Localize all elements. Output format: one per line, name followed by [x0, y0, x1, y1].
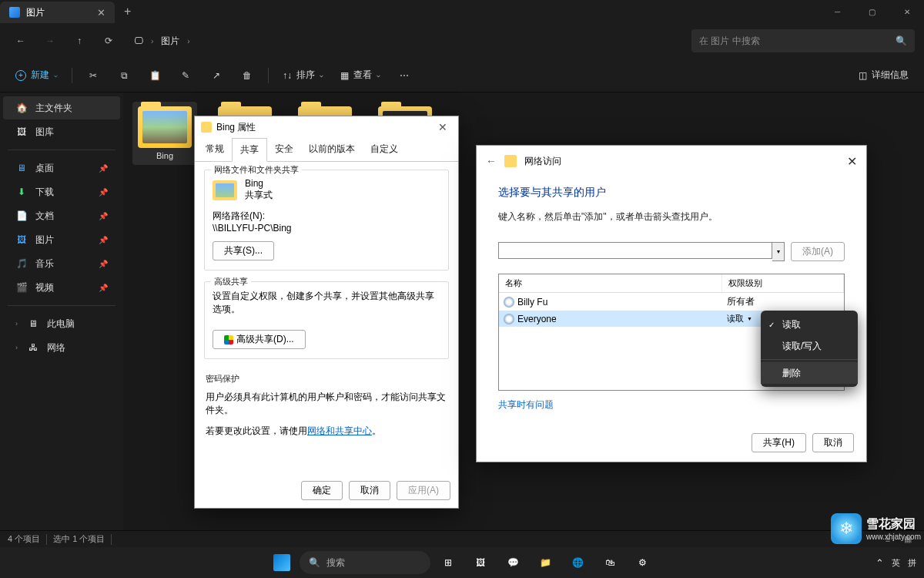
back-button[interactable]: ←: [9, 29, 32, 52]
status-bar: 4 个项目 选中 1 个项目 ≡ ▦: [0, 530, 924, 547]
cut-button[interactable]: ✂: [80, 64, 106, 87]
add-button[interactable]: 添加(A): [791, 242, 845, 261]
permission-menu: 读取 读取/写入 删除: [761, 311, 858, 387]
taskbar-app[interactable]: 🖼: [466, 549, 495, 576]
sidebar-pictures[interactable]: 🖼图片📌: [3, 228, 120, 251]
cancel-button[interactable]: 取消: [812, 433, 854, 452]
pin-icon: 📌: [99, 260, 108, 268]
group-title: 网络文件和文件夹共享: [211, 164, 302, 176]
menu-read[interactable]: 读取: [761, 314, 858, 335]
apply-button[interactable]: 应用(A): [397, 481, 450, 500]
close-button[interactable]: ✕: [889, 0, 924, 23]
advanced-share-button[interactable]: 高级共享(D)...: [213, 330, 306, 349]
taskbar-store[interactable]: 🛍: [595, 549, 624, 576]
dialog-hint: 键入名称，然后单击"添加"，或者单击箭头查找用户。: [498, 210, 845, 223]
dialog-titlebar[interactable]: Bing 属性 ✕: [195, 116, 458, 138]
navigation-bar: ← → ↑ ⟳ 🖵 › 图片 › 在 图片 中搜索 🔍: [0, 23, 924, 59]
taskbar-search[interactable]: 🔍搜索: [300, 551, 430, 574]
up-button[interactable]: ↑: [68, 29, 91, 52]
share-name: Bing: [245, 178, 273, 189]
taskbar-edge[interactable]: 🌐: [563, 549, 592, 576]
sidebar-desktop[interactable]: 🖥桌面📌: [3, 156, 120, 180]
properties-dialog: Bing 属性 ✕ 常规 共享 安全 以前的版本 自定义 网络文件和文件夹共享 …: [194, 116, 459, 509]
list-header: 名称 权限级别: [499, 274, 844, 293]
sidebar-home[interactable]: 🏠主文件夹: [3, 96, 120, 119]
divider: [72, 68, 72, 83]
dialog-footer: 共享(H) 取消: [752, 433, 854, 452]
start-button[interactable]: [267, 549, 296, 576]
sort-button[interactable]: ↑↓ 排序 ⌵: [276, 64, 330, 87]
cancel-button[interactable]: 取消: [349, 481, 390, 500]
minimize-button[interactable]: ─: [820, 0, 855, 23]
details-icon: ◫: [859, 70, 867, 81]
divider: [268, 68, 269, 83]
tab-sharing[interactable]: 共享: [232, 138, 267, 162]
view-button[interactable]: ▦ 查看 ⌵: [334, 64, 387, 87]
forward-button[interactable]: →: [38, 29, 62, 52]
refresh-button[interactable]: ⟳: [97, 29, 120, 52]
back-icon[interactable]: ←: [486, 155, 497, 167]
ime-mode[interactable]: 拼: [908, 557, 916, 569]
address-bar[interactable]: 🖵 › 图片 ›: [126, 35, 198, 48]
permission-dropdown[interactable]: 读取: [727, 313, 752, 324]
taskbar: 🔍搜索 ⊞ 🖼 💬 📁 🌐 🛍 ⚙ ⌃ 英 拼: [0, 547, 924, 578]
delete-button[interactable]: 🗑: [234, 64, 260, 87]
new-button[interactable]: + 新建 ⌵: [9, 64, 64, 87]
task-view-button[interactable]: ⊞: [434, 549, 463, 576]
dropdown-button[interactable]: ▾: [772, 242, 785, 261]
sidebar-videos[interactable]: 🎬视频📌: [3, 276, 120, 299]
more-button[interactable]: ⋯: [391, 64, 417, 87]
trouble-link[interactable]: 共享时有问题: [498, 398, 554, 412]
sidebar-gallery[interactable]: 🖼图库: [3, 120, 120, 143]
ok-button[interactable]: 确定: [301, 481, 343, 500]
sidebar-thispc[interactable]: ›🖥此电脑: [3, 312, 120, 335]
maximize-button[interactable]: ▢: [855, 0, 889, 23]
user-input[interactable]: [498, 242, 772, 259]
group-title: 密码保护: [206, 373, 447, 385]
tab-general[interactable]: 常规: [198, 138, 232, 161]
ime-indicator[interactable]: 英: [892, 557, 900, 569]
menu-remove[interactable]: 删除: [761, 362, 858, 384]
tab-customize[interactable]: 自定义: [363, 138, 406, 161]
details-pane-button[interactable]: ◫ 详细信息: [852, 64, 915, 87]
watermark: 雪花家园 www.xhjaty.com: [831, 513, 921, 544]
close-icon[interactable]: ✕: [434, 121, 452, 133]
pin-icon: 📌: [99, 236, 108, 244]
dialog-body: 网络文件和文件夹共享 Bing 共享式 网络路径(N): \\BILLYFU-P…: [195, 162, 458, 459]
network-center-link[interactable]: 网络和共享中心: [307, 425, 372, 436]
title-bar: 图片 ✕ + ─ ▢ ✕: [0, 0, 924, 23]
sidebar-documents[interactable]: 📄文档📌: [3, 204, 120, 227]
taskbar-settings[interactable]: ⚙: [628, 549, 657, 576]
share-confirm-button[interactable]: 共享(H): [752, 433, 806, 452]
folder-item[interactable]: Bing: [132, 102, 197, 165]
share-button[interactable]: 共享(S)...: [213, 241, 274, 260]
sidebar-network[interactable]: ›🖧网络: [3, 336, 120, 359]
pwd-line2: 若要更改此设置，请使用网络和共享中心。: [206, 425, 447, 438]
paste-button[interactable]: 📋: [142, 64, 168, 87]
col-permission[interactable]: 权限级别: [722, 274, 844, 292]
search-box[interactable]: 在 图片 中搜索 🔍: [691, 29, 915, 52]
share-button[interactable]: ↗: [203, 64, 229, 87]
tab-close-icon[interactable]: ✕: [97, 7, 105, 18]
pictures-app-icon: [9, 7, 20, 18]
tab-previous[interactable]: 以前的版本: [301, 138, 363, 161]
list-row[interactable]: Billy Fu 所有者: [499, 293, 844, 311]
tab-security[interactable]: 安全: [267, 138, 301, 161]
taskbar-app[interactable]: 💬: [498, 549, 527, 576]
breadcrumb-segment[interactable]: 图片: [161, 35, 179, 48]
pictures-icon: 🖼: [15, 234, 28, 246]
folder-share-icon: [504, 155, 517, 167]
menu-readwrite[interactable]: 读取/写入: [761, 335, 858, 357]
divider: [8, 305, 116, 306]
close-icon[interactable]: ✕: [847, 154, 857, 169]
rename-button[interactable]: ✎: [172, 64, 199, 87]
tray-chevron-icon[interactable]: ⌃: [875, 557, 884, 569]
pin-icon: 📌: [99, 164, 108, 173]
sidebar-music[interactable]: 🎵音乐📌: [3, 252, 120, 275]
copy-button[interactable]: ⧉: [111, 64, 137, 87]
new-tab-button[interactable]: +: [115, 0, 140, 23]
taskbar-explorer[interactable]: 📁: [531, 549, 560, 576]
window-tab[interactable]: 图片 ✕: [0, 2, 115, 23]
col-name[interactable]: 名称: [499, 274, 722, 292]
sidebar-downloads[interactable]: ⬇下载📌: [3, 180, 120, 203]
